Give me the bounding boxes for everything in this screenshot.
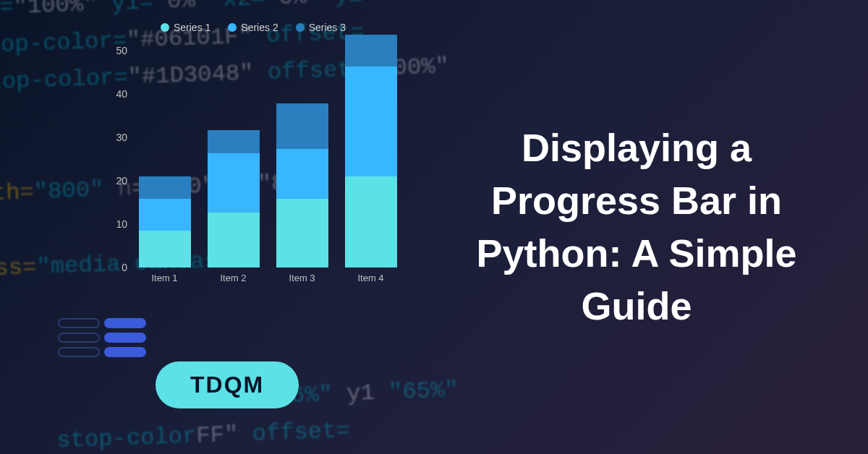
stack-bar-icon [58, 347, 100, 357]
bar-segment [276, 199, 328, 267]
bar-segment [276, 149, 328, 200]
bar-segment [139, 176, 191, 200]
stack-icon [58, 318, 146, 357]
bar-segment [345, 67, 397, 176]
stack-bar-icon [104, 318, 146, 328]
bar-segment [139, 199, 191, 231]
bar-segment [208, 130, 260, 153]
legend-dot-icon [228, 23, 237, 32]
y-tick: 50 [101, 45, 127, 56]
legend-item: Series 2 [228, 22, 278, 33]
bar-group: Item 1 [139, 176, 191, 267]
bar-group: Item 3 [276, 103, 328, 268]
x-label: Item 3 [289, 273, 315, 283]
stack-bar-icon [58, 318, 100, 328]
legend-label: Series 3 [309, 22, 346, 33]
chart-legend: Series 1 Series 2 Series 3 [101, 22, 405, 33]
bar-chart: Series 1 Series 2 Series 3 01020304050 I… [101, 22, 405, 311]
stack-bar-icon [58, 333, 100, 343]
bar-segment [345, 176, 397, 267]
bar-group: Item 2 [208, 130, 260, 267]
legend-item: Series 1 [161, 22, 210, 33]
chart-plot: 01020304050 Item 1 Item 2 Item 3 Item 4 [101, 39, 405, 285]
y-axis: 01020304050 [101, 39, 127, 267]
x-label: Item 4 [357, 273, 383, 283]
y-tick: 30 [101, 132, 127, 143]
legend-label: Series 2 [241, 22, 278, 33]
y-tick: 40 [101, 88, 127, 100]
y-tick: 20 [101, 175, 127, 187]
x-label: Item 2 [220, 273, 246, 283]
legend-dot-icon [161, 23, 169, 32]
bar-segment [139, 231, 191, 267]
legend-item: Series 3 [296, 22, 346, 33]
page-title: Displaying a Progress Bar in Python: A S… [448, 121, 825, 333]
y-tick: 10 [101, 218, 127, 230]
y-tick: 0 [101, 262, 127, 273]
legend-dot-icon [296, 23, 305, 32]
stack-bar-icon [104, 333, 146, 343]
bar-segment [208, 153, 260, 213]
tdqm-pill: TDQM [156, 361, 299, 408]
bar-group: Item 4 [345, 35, 397, 267]
bar-segment [208, 213, 260, 267]
bar-segment [276, 103, 328, 149]
bar-segment [345, 35, 397, 67]
legend-label: Series 1 [174, 22, 210, 33]
stack-bar-icon [104, 347, 146, 357]
x-label: Item 1 [151, 273, 177, 283]
